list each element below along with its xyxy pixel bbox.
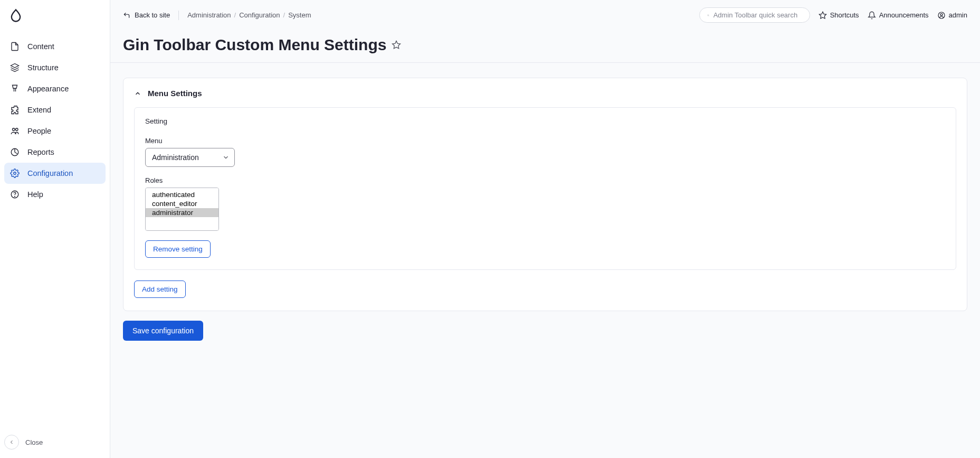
sidebar-item-label: Help <box>27 190 43 199</box>
sidebar-item-label: People <box>27 127 51 135</box>
add-setting-button[interactable]: Add setting <box>134 281 186 298</box>
breadcrumb-link[interactable]: Configuration <box>239 11 280 19</box>
breadcrumb: Administration / Configuration / System <box>187 11 691 19</box>
setting-heading: Setting <box>145 117 945 125</box>
sidebar-close-button[interactable] <box>4 435 19 450</box>
roles-select[interactable]: authenticatedcontent_editoradministrator <box>146 188 218 230</box>
sidebar-item-appearance[interactable]: Appearance <box>4 78 106 99</box>
announcements-link[interactable]: Announcements <box>868 11 929 20</box>
breadcrumb-link[interactable]: System <box>288 11 311 19</box>
search-icon <box>707 12 709 19</box>
sidebar-item-configuration[interactable]: Configuration <box>4 163 106 184</box>
chevron-left-icon <box>8 439 15 445</box>
menu-select[interactable]: Administration <box>145 148 235 167</box>
shortcuts-link[interactable]: Shortcuts <box>819 11 859 20</box>
appearance-icon <box>9 83 20 94</box>
svg-point-6 <box>15 196 15 197</box>
section-toggle[interactable]: Menu Settings <box>134 89 956 98</box>
page-title: Gin Toolbar Custom Menu Settings <box>123 36 386 54</box>
page-header: Gin Toolbar Custom Menu Settings <box>110 30 980 63</box>
chevron-up-icon <box>134 90 141 97</box>
file-icon <box>9 41 20 52</box>
svg-marker-12 <box>393 41 401 49</box>
svg-marker-9 <box>819 12 826 18</box>
svg-point-7 <box>707 14 708 15</box>
gear-icon <box>9 168 20 179</box>
sidebar-item-label: Configuration <box>27 169 73 177</box>
section-title: Menu Settings <box>148 89 202 98</box>
sidebar-close-label: Close <box>25 438 43 446</box>
sidebar-item-label: Structure <box>27 63 59 72</box>
sidebar-item-people[interactable]: People <box>4 120 106 142</box>
sidebar-item-content[interactable]: Content <box>4 36 106 57</box>
favorite-toggle[interactable] <box>392 40 401 50</box>
settings-card: Menu Settings Setting Menu Administratio… <box>123 78 967 311</box>
save-configuration-button[interactable]: Save configuration <box>123 321 203 341</box>
search-input[interactable] <box>713 11 802 19</box>
svg-point-10 <box>938 12 945 18</box>
sidebar-item-label: Reports <box>27 148 54 156</box>
setting-group: Setting Menu Administration <box>134 107 956 270</box>
user-menu[interactable]: admin <box>937 11 967 20</box>
puzzle-icon <box>9 105 20 115</box>
sidebar-nav: Content Structure Appearance Extend Peop… <box>0 36 110 428</box>
layers-icon <box>9 62 20 73</box>
sidebar-item-help[interactable]: Help <box>4 184 106 205</box>
chart-icon <box>9 147 20 157</box>
svg-point-4 <box>14 172 16 175</box>
bell-icon <box>868 11 876 20</box>
main-content: Back to site Administration / Configurat… <box>110 0 980 458</box>
svg-marker-0 <box>11 64 19 68</box>
star-icon <box>819 11 827 20</box>
back-arrow-icon <box>123 12 130 19</box>
user-icon <box>937 11 946 20</box>
help-icon <box>9 189 20 200</box>
svg-point-11 <box>940 13 943 15</box>
app-logo[interactable] <box>0 8 110 36</box>
back-label: Back to site <box>135 11 170 19</box>
roles-field-label: Roles <box>145 176 945 184</box>
svg-point-1 <box>13 128 15 131</box>
star-outline-icon <box>392 40 401 50</box>
admin-search[interactable] <box>699 7 810 23</box>
svg-line-8 <box>708 15 709 16</box>
back-to-site-link[interactable]: Back to site <box>123 11 170 19</box>
sidebar-item-reports[interactable]: Reports <box>4 142 106 163</box>
sidebar-item-label: Content <box>27 42 54 51</box>
drupal-icon <box>8 8 23 23</box>
sidebar: Content Structure Appearance Extend Peop… <box>0 0 110 458</box>
sidebar-item-extend[interactable]: Extend <box>4 99 106 120</box>
sidebar-item-label: Appearance <box>27 85 69 93</box>
people-icon <box>9 126 20 136</box>
sidebar-item-structure[interactable]: Structure <box>4 57 106 78</box>
remove-setting-button[interactable]: Remove setting <box>145 240 211 258</box>
menu-field-label: Menu <box>145 137 945 145</box>
sidebar-item-label: Extend <box>27 106 51 114</box>
topbar: Back to site Administration / Configurat… <box>110 0 980 30</box>
breadcrumb-link[interactable]: Administration <box>187 11 231 19</box>
svg-point-2 <box>16 128 18 131</box>
separator <box>178 11 179 20</box>
